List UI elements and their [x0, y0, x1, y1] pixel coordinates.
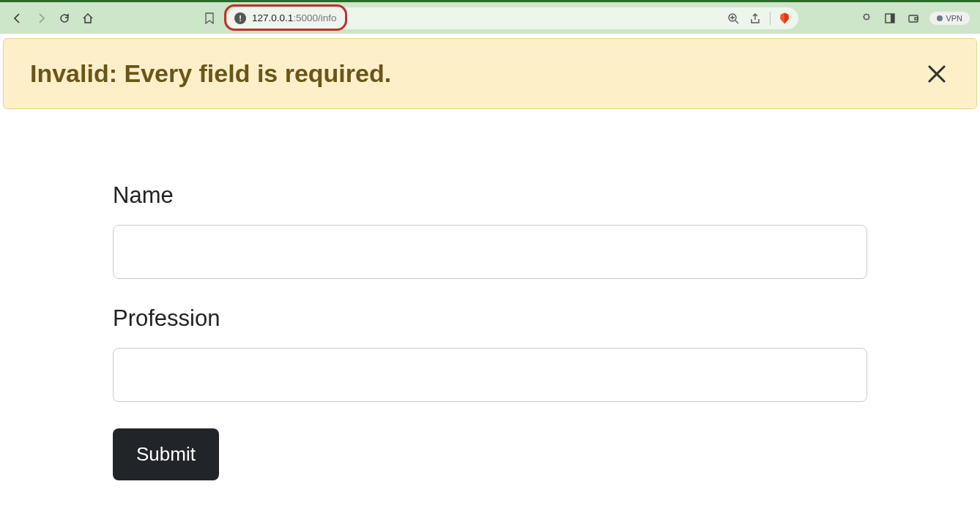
share-button[interactable] [748, 11, 762, 26]
wallet-icon [907, 12, 919, 24]
share-icon [749, 12, 761, 24]
sidepanel-button[interactable] [883, 11, 897, 26]
alert-close-button[interactable] [924, 61, 950, 87]
puzzle-icon [861, 12, 872, 24]
extensions-button[interactable] [859, 11, 874, 26]
svg-rect-3 [909, 15, 918, 22]
url-bar[interactable]: ! 127.0.0.1:5000/info [227, 7, 798, 29]
zoom-button[interactable] [726, 11, 740, 26]
vpn-label: VPN [946, 14, 962, 23]
brave-shield-icon[interactable] [778, 12, 791, 25]
reload-button[interactable] [54, 8, 75, 29]
svg-rect-2 [891, 14, 894, 23]
name-field-group: Name [113, 182, 867, 279]
forward-button[interactable] [31, 8, 51, 29]
url-path: :5000/info [293, 12, 336, 23]
vpn-badge[interactable]: VPN [929, 12, 970, 25]
nav-back-icon [12, 12, 23, 24]
url-text: 127.0.0.1:5000/info [252, 12, 337, 23]
site-info-icon[interactable]: ! [234, 12, 246, 24]
name-label: Name [113, 182, 867, 209]
svg-rect-4 [915, 18, 918, 20]
profession-input[interactable] [113, 348, 867, 402]
submit-button[interactable]: Submit [113, 428, 219, 480]
alert-banner: Invalid: Every field is required. [3, 38, 977, 109]
reload-icon [59, 12, 70, 24]
bookmark-button[interactable] [199, 8, 220, 29]
name-input[interactable] [113, 225, 867, 279]
wallet-button[interactable] [906, 11, 921, 26]
alert-message: Invalid: Every field is required. [30, 59, 391, 88]
vpn-status-dot [937, 15, 943, 21]
profession-field-group: Profession [113, 305, 867, 402]
browser-toolbar: ! 127.0.0.1:5000/info VPN [0, 0, 980, 34]
nav-forward-icon [35, 12, 47, 24]
home-icon [82, 12, 94, 24]
close-icon [926, 63, 948, 85]
toolbar-divider [770, 12, 771, 25]
profession-label: Profession [113, 305, 867, 332]
panel-icon [884, 12, 896, 24]
form-container: Name Profession Submit [113, 109, 867, 480]
home-button[interactable] [78, 8, 98, 29]
bookmark-icon [204, 12, 215, 24]
zoom-icon [727, 12, 739, 24]
back-button[interactable] [7, 8, 28, 29]
url-host: 127.0.0.1 [252, 12, 293, 23]
